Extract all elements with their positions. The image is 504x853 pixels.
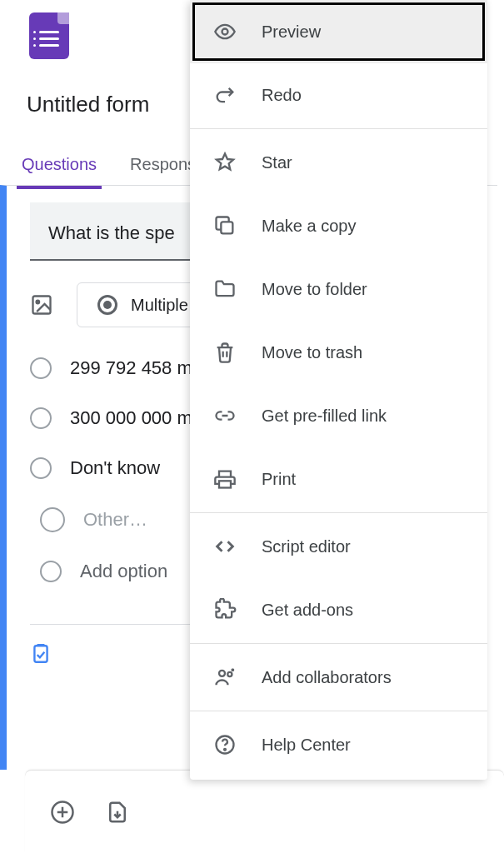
menu-label: Print (262, 470, 296, 489)
menu-print[interactable]: Print (190, 447, 487, 511)
svg-point-8 (227, 672, 232, 676)
question-toolbar (25, 770, 504, 853)
menu-label: Get pre-filled link (262, 407, 387, 426)
form-title[interactable]: Untitled form (27, 92, 149, 117)
menu-label: Script editor (262, 537, 351, 556)
svg-point-4 (222, 29, 228, 35)
menu-divider (190, 512, 487, 513)
add-question-icon[interactable] (50, 800, 75, 825)
menu-help[interactable]: Help Center (190, 713, 487, 776)
menu-label: Add collaborators (262, 668, 392, 687)
tabs: Questions Responses (17, 150, 218, 189)
menu-label: Get add-ons (262, 601, 353, 620)
option-label: 300 000 000 m/s (70, 407, 207, 429)
people-icon (213, 666, 237, 689)
help-icon (213, 733, 237, 756)
menu-label: Star (262, 153, 292, 172)
menu-label: Move to folder (262, 280, 367, 299)
redo-icon (213, 83, 237, 107)
print-icon (213, 467, 237, 491)
menu-prefilled-link[interactable]: Get pre-filled link (190, 384, 487, 447)
menu-preview[interactable]: Preview (190, 0, 487, 63)
svg-rect-0 (33, 297, 51, 314)
menu-divider (190, 128, 487, 129)
radio-outline-icon (30, 457, 52, 479)
tab-questions[interactable]: Questions (17, 150, 102, 189)
menu-star[interactable]: Star (190, 131, 487, 194)
add-image-icon[interactable] (30, 293, 53, 317)
menu-addons[interactable]: Get add-ons (190, 578, 487, 641)
menu-collaborators[interactable]: Add collaborators (190, 646, 487, 709)
svg-rect-5 (221, 222, 232, 233)
menu-label: Redo (262, 86, 302, 105)
trash-icon (213, 341, 237, 364)
svg-point-1 (37, 301, 40, 304)
menu-divider (190, 711, 487, 711)
radio-icon (97, 295, 117, 315)
menu-label: Move to trash (262, 343, 362, 362)
import-questions-icon[interactable] (105, 800, 130, 825)
forms-logo (29, 12, 69, 59)
menu-label: Help Center (262, 736, 351, 755)
answer-key-icon[interactable] (30, 643, 52, 665)
extension-icon (213, 598, 237, 621)
svg-point-10 (224, 749, 226, 751)
menu-script-editor[interactable]: Script editor (190, 515, 487, 578)
option-label: 299 792 458 m/s (70, 357, 207, 379)
svg-point-7 (219, 671, 225, 676)
menu-label: Make a copy (262, 217, 356, 236)
menu-divider (190, 643, 487, 644)
eye-icon (213, 20, 237, 43)
code-icon (213, 535, 237, 558)
link-icon (213, 404, 237, 427)
menu-move-folder[interactable]: Move to folder (190, 257, 487, 321)
svg-rect-2 (34, 646, 47, 662)
menu-trash[interactable]: Move to trash (190, 321, 487, 384)
radio-outline-icon (30, 357, 52, 379)
folder-icon (213, 277, 237, 301)
radio-outline-icon (40, 561, 62, 582)
add-option-label: Add option (80, 561, 167, 582)
menu-copy[interactable]: Make a copy (190, 194, 487, 257)
option-label: Don't know (70, 457, 160, 479)
star-icon (213, 151, 237, 174)
menu-label: Preview (262, 22, 321, 42)
other-label: Other… (83, 509, 147, 531)
svg-rect-6 (219, 481, 231, 487)
radio-outline-icon (40, 507, 65, 532)
radio-outline-icon (30, 407, 52, 429)
copy-icon (213, 214, 237, 237)
overflow-menu: Preview Redo Star Make a copy Move to fo… (190, 0, 487, 780)
menu-redo[interactable]: Redo (190, 63, 487, 127)
